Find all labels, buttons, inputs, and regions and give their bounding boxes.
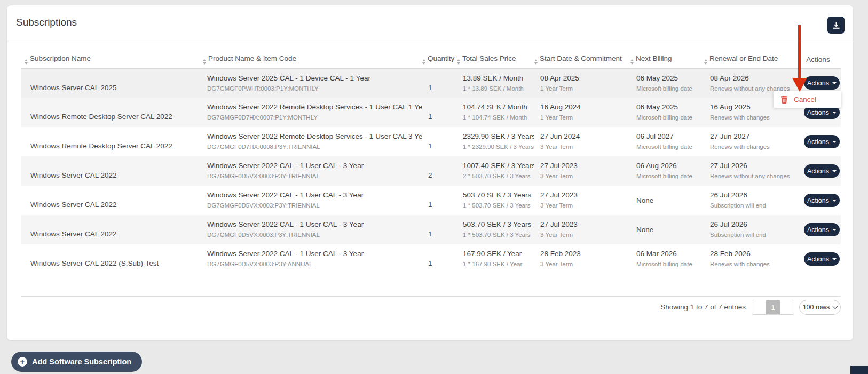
price-value: 167.90 SEK / Year	[463, 249, 534, 259]
column-header[interactable]: Quantity	[422, 51, 456, 68]
column-header[interactable]: Renewal or End Date	[704, 51, 795, 68]
actions-button[interactable]: Actions	[804, 135, 840, 148]
column-header: Actions	[795, 51, 841, 68]
renewal-cell: 27 Jun 2027 Renews with changes	[704, 127, 795, 156]
current-page-button[interactable]: 1	[766, 300, 780, 314]
renewal-cell: 26 Jul 2026 Subscription will end	[704, 215, 795, 244]
caret-down-icon	[832, 141, 837, 143]
column-header[interactable]: Subscription Name	[21, 51, 203, 68]
start-date: 16 Aug 2024	[540, 102, 630, 113]
column-header[interactable]: Product Name & Item Code	[203, 51, 422, 68]
price-value: 1007.40 SEK / 3 Years	[463, 161, 534, 171]
actions-button-label: Actions	[807, 79, 829, 87]
actions-button[interactable]: Actions	[804, 164, 840, 178]
price-detail: 1 * 167.90 SEK / Year	[463, 260, 534, 269]
actions-button[interactable]: Actions	[804, 76, 840, 90]
column-header-label: Quantity	[428, 54, 454, 62]
header-divider	[7, 41, 853, 41]
actions-button[interactable]: Actions	[804, 252, 840, 266]
product-cell: Windows Server 2022 CAL - 1 User CAL - 3…	[203, 186, 422, 215]
actions-button[interactable]: Actions	[804, 223, 840, 236]
start-date-cell: 28 Feb 2023 3 Year Term	[534, 244, 630, 274]
actions-button-label: Actions	[807, 226, 829, 234]
actions-button[interactable]: Actions	[804, 194, 840, 207]
product-name: Windows Server 2022 CAL - 1 User CAL - 3…	[207, 219, 422, 230]
next-billing-date: None	[636, 195, 704, 206]
start-date: 08 Apr 2025	[540, 73, 630, 84]
total-sales-price-cell: 1007.40 SEK / 3 Years 2 * 503.70 SEK / 3…	[456, 156, 534, 186]
next-billing-date: None	[636, 225, 704, 235]
item-code: DG7GMGF0D5VX:0003:P3Y:ANNUAL	[207, 260, 422, 269]
column-header-label: Actions	[806, 55, 830, 63]
next-billing-cell: 06 Mar 2026 Microsoft billing date	[630, 244, 704, 274]
next-billing-cell: 06 Aug 2026 Microsoft billing date	[630, 156, 704, 186]
cancel-menu-item[interactable]: Cancel	[774, 91, 841, 108]
quantity-cell: 1	[422, 186, 456, 215]
quantity-value: 1	[428, 83, 432, 93]
subscription-name: Windows Remote Desktop Server CAL 2022	[30, 112, 172, 122]
subscription-name: Windows Remote Desktop Server CAL 2022	[30, 141, 172, 152]
next-billing-date: 06 Jul 2027	[636, 131, 704, 142]
column-header[interactable]: Total Sales Price	[456, 51, 534, 68]
sort-icon	[630, 59, 634, 65]
subscription-name: Windows Server CAL 2022	[30, 170, 117, 181]
start-date-cell: 27 Jul 2023 3 Year Term	[534, 215, 630, 244]
bottom-corner-widget	[850, 366, 868, 374]
prev-page-button[interactable]	[752, 300, 766, 314]
product-cell: Windows Server 2022 Remote Desktop Servi…	[203, 127, 422, 156]
actions-dropdown-menu: Cancel	[774, 91, 841, 108]
sort-icon	[457, 59, 460, 65]
commitment-term: 1 Year Term	[540, 84, 630, 93]
download-button[interactable]	[827, 17, 845, 34]
renewal-date: 26 Jul 2026	[710, 219, 795, 230]
table-row: Windows Server CAL 2022 Windows Server 2…	[21, 215, 841, 244]
next-billing-note: Microsoft billing date	[636, 142, 704, 152]
renewal-note: Subscription will end	[710, 201, 795, 210]
caret-down-icon	[832, 200, 837, 202]
next-page-button[interactable]	[780, 300, 794, 314]
product-name: Windows Server 2022 CAL - 1 User CAL - 3…	[207, 161, 422, 171]
next-billing-note: Microsoft billing date	[636, 260, 704, 269]
product-name: Windows Server 2022 Remote Desktop Servi…	[207, 131, 422, 142]
sort-icon	[203, 59, 206, 65]
download-icon	[832, 21, 840, 29]
quantity-cell: 1	[422, 68, 456, 98]
column-header[interactable]: Start Date & Commitment	[534, 51, 630, 68]
start-date: 28 Feb 2023	[540, 249, 630, 259]
item-code: DG7GMGF0D7HX:0008:P3Y:TRIENNIAL	[207, 142, 422, 152]
column-header[interactable]: Next Billing	[630, 51, 704, 68]
chevron-down-icon	[833, 304, 838, 309]
price-value: 104.74 SEK / Month	[463, 102, 534, 113]
table-row: Windows Server CAL 2022 Windows Server 2…	[21, 156, 841, 186]
subscription-name-cell: Windows Server CAL 2022 (S.Sub)-Test	[21, 244, 203, 274]
next-billing-cell: 06 May 2025 Microsoft billing date	[630, 68, 704, 98]
page-title: Subscriptions	[16, 17, 77, 28]
rows-per-page-select[interactable]: 100 rows	[799, 300, 841, 315]
next-billing-date: 06 Mar 2026	[636, 249, 704, 259]
product-cell: Windows Server 2022 CAL - 1 User CAL - 3…	[203, 215, 422, 244]
arrow-line	[798, 25, 801, 78]
renewal-note: Renews with changes	[710, 260, 795, 269]
subscription-name-cell: Windows Server CAL 2022	[21, 186, 203, 215]
commitment-term: 3 Year Term	[540, 172, 630, 181]
product-cell: Windows Server 2022 CAL - 1 User CAL - 3…	[203, 244, 422, 274]
subscription-name-cell: Windows Server CAL 2022	[21, 156, 203, 186]
actions-button-label: Actions	[807, 109, 829, 116]
price-value: 503.70 SEK / 3 Years	[463, 219, 534, 230]
next-billing-cell: None	[630, 186, 704, 215]
actions-button-label: Actions	[807, 138, 829, 146]
product-cell: Windows Server 2022 CAL - 1 User CAL - 3…	[203, 156, 422, 186]
table-row: Windows Remote Desktop Server CAL 2022 W…	[21, 98, 841, 127]
quantity-value: 1	[428, 112, 432, 122]
add-software-subscription-button[interactable]: + Add Software Subscription	[11, 352, 142, 372]
table-row: Windows Server CAL 2022 Windows Server 2…	[21, 186, 841, 215]
product-name: Windows Server 2025 CAL - 1 Device CAL -…	[207, 73, 422, 84]
rows-per-page-value: 100 rows	[803, 304, 830, 311]
subscription-name-cell: Windows Server CAL 2022	[21, 215, 203, 244]
renewal-cell: 28 Feb 2026 Renews with changes	[704, 244, 795, 274]
column-header-label: Product Name & Item Code	[208, 54, 296, 62]
item-code: DG7GMGF0PWHT:0003:P1Y:MONTHLY	[207, 84, 422, 93]
quantity-cell: 1	[422, 215, 456, 244]
price-detail: 1 * 503.70 SEK / 3 Years	[463, 201, 534, 210]
quantity-cell: 1	[422, 98, 456, 127]
